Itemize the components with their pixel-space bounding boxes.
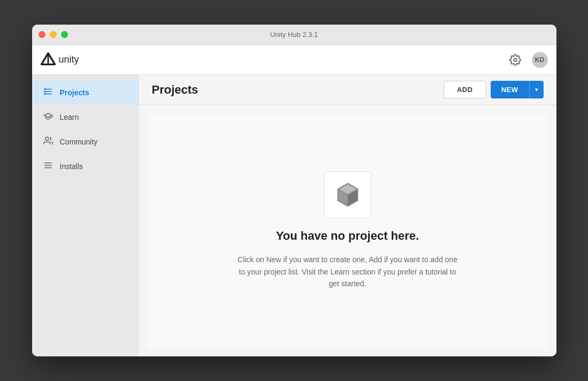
cube-icon [334, 181, 362, 209]
action-buttons: ADD NEW ▾ [444, 81, 544, 98]
new-dropdown-button[interactable]: ▾ [529, 81, 544, 98]
empty-state-title: You have no project here. [276, 229, 419, 243]
empty-state-description: Click on New if you want to create one, … [235, 254, 460, 289]
main-panel: Projects ADD NEW ▾ [139, 75, 556, 356]
content-area: Projects Learn [32, 75, 556, 356]
svg-rect-8 [44, 93, 45, 95]
sidebar-community-label: Community [60, 138, 98, 146]
sidebar-item-learn[interactable]: Learn [32, 105, 139, 129]
logo: unity [41, 52, 79, 67]
app-window: Unity Hub 2.3.1 unity KD [32, 25, 556, 356]
page-title: Projects [152, 83, 198, 97]
projects-icon [43, 87, 54, 98]
empty-state: You have no project here. Click on New i… [214, 150, 482, 311]
app-header: unity KD [32, 45, 556, 75]
svg-rect-6 [44, 88, 45, 90]
sidebar: Projects Learn [32, 75, 139, 356]
main-body: You have no project here. Click on New i… [148, 113, 548, 348]
community-icon [43, 136, 54, 148]
close-button[interactable] [39, 31, 45, 38]
main-header: Projects ADD NEW ▾ [139, 75, 556, 105]
unity-logo-icon [41, 52, 56, 67]
learn-icon [43, 111, 54, 123]
add-button[interactable]: ADD [444, 81, 486, 98]
gear-icon [509, 54, 521, 66]
installs-icon [43, 161, 54, 172]
avatar[interactable]: KD [532, 52, 548, 68]
sidebar-item-projects[interactable]: Projects [32, 80, 139, 105]
sidebar-learn-label: Learn [60, 113, 79, 121]
svg-point-5 [514, 58, 517, 62]
logo-text: unity [59, 54, 79, 65]
titlebar: Unity Hub 2.3.1 [32, 25, 556, 45]
chevron-down-icon: ▾ [535, 86, 538, 93]
sidebar-item-installs[interactable]: Installs [32, 154, 139, 179]
svg-line-4 [48, 53, 55, 64]
svg-rect-7 [44, 91, 45, 93]
cube-icon-wrapper [324, 171, 371, 218]
window-title: Unity Hub 2.3.1 [270, 31, 318, 39]
sidebar-installs-label: Installs [60, 162, 83, 171]
new-button-wrapper: NEW ▾ [491, 81, 544, 98]
svg-point-9 [45, 137, 48, 140]
sidebar-projects-label: Projects [60, 88, 89, 97]
header-right: KD [507, 52, 548, 68]
minimize-button[interactable] [50, 31, 57, 38]
svg-line-3 [41, 53, 48, 64]
new-button[interactable]: NEW [491, 81, 529, 98]
maximize-button[interactable] [61, 31, 68, 38]
settings-button[interactable] [507, 52, 523, 68]
sidebar-item-community[interactable]: Community [32, 129, 139, 154]
window-controls [39, 31, 68, 38]
